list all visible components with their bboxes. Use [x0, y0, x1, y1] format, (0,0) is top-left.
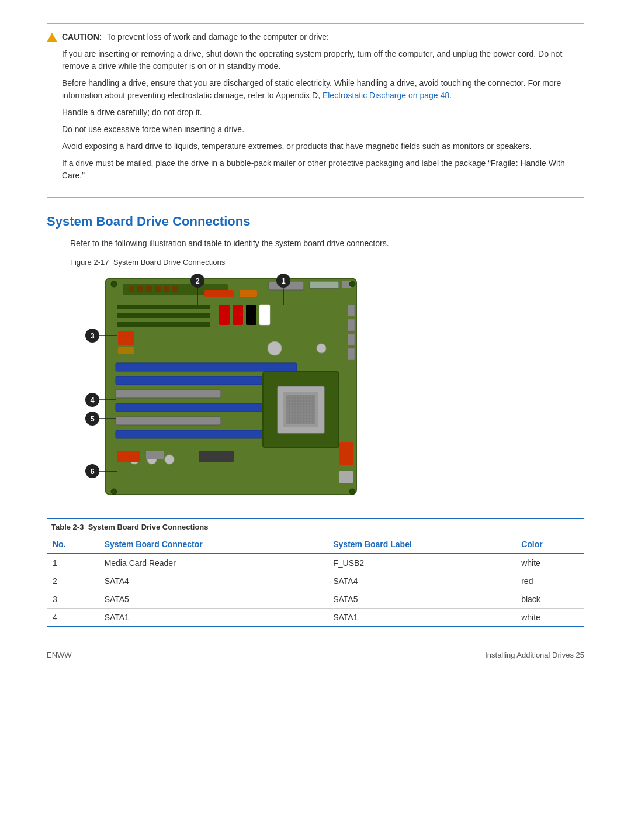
caution-icon	[47, 33, 57, 42]
svg-rect-4	[137, 286, 143, 292]
svg-rect-52	[348, 319, 355, 331]
svg-rect-6	[155, 286, 161, 292]
svg-rect-13	[240, 290, 257, 297]
svg-point-65	[111, 281, 117, 287]
svg-point-56	[317, 344, 326, 353]
svg-rect-16	[117, 322, 210, 327]
footer-right: Installing Additional Drives 25	[485, 651, 584, 659]
svg-rect-61	[146, 451, 164, 459]
col-header-label: System Board Label	[327, 535, 515, 554]
cell-label: SATA5	[327, 590, 515, 609]
svg-rect-3	[129, 286, 134, 292]
col-header-connector: System Board Connector	[99, 535, 328, 554]
col-header-color: Color	[515, 535, 584, 554]
cell-color: black	[515, 590, 584, 609]
svg-rect-60	[117, 451, 140, 462]
cell-color: white	[515, 609, 584, 627]
cell-label: F_USB2	[327, 554, 515, 572]
svg-rect-7	[164, 286, 169, 292]
svg-rect-53	[348, 334, 355, 345]
svg-rect-54	[348, 348, 355, 360]
page-footer: ENWW Installing Additional Drives 25	[47, 651, 584, 659]
svg-point-66	[349, 281, 355, 287]
svg-rect-63	[339, 442, 353, 465]
footer-left: ENWW	[47, 651, 72, 659]
svg-rect-51	[348, 305, 355, 316]
table-header-row: No. System Board Connector System Board …	[47, 535, 584, 554]
figure-title: System Board Drive Connections	[113, 258, 225, 267]
svg-rect-19	[219, 305, 230, 325]
svg-rect-17	[118, 331, 134, 345]
cell-no: 2	[47, 572, 99, 590]
svg-rect-14	[117, 305, 210, 309]
svg-rect-22	[259, 305, 270, 325]
cell-color: white	[515, 554, 584, 572]
caution-body: If you are inserting or removing a drive…	[47, 48, 584, 182]
svg-rect-5	[146, 286, 152, 292]
svg-rect-18	[118, 347, 134, 354]
cell-no: 1	[47, 554, 99, 572]
svg-point-59	[165, 455, 174, 464]
figure-caption: Figure 2-17 System Board Drive Connectio…	[70, 258, 584, 267]
table-row: 2 SATA4 SATA4 red	[47, 572, 584, 590]
svg-rect-21	[246, 305, 256, 325]
cell-no: 3	[47, 590, 99, 609]
svg-text:5: 5	[90, 414, 94, 423]
svg-point-67	[111, 489, 117, 495]
svg-text:1: 1	[281, 276, 285, 285]
caution-para-5: Avoid exposing a hard drive to liquids, …	[62, 140, 584, 153]
svg-rect-10	[310, 281, 339, 288]
cell-color: red	[515, 572, 584, 590]
cell-label: SATA4	[327, 572, 515, 590]
table-caption: Table 2-3 System Board Drive Connections	[47, 518, 584, 535]
svg-rect-27	[116, 417, 221, 425]
cell-connector: SATA1	[99, 609, 328, 627]
cell-connector: Media Card Reader	[99, 554, 328, 572]
table-section: Table 2-3 System Board Drive Connections…	[47, 518, 584, 627]
svg-rect-62	[199, 451, 234, 462]
table-row: 3 SATA5 SATA5 black	[47, 590, 584, 609]
cell-connector: SATA4	[99, 572, 328, 590]
motherboard-graphic: 1 2 3 4 5 6	[70, 272, 374, 500]
caution-header-text: To prevent loss of work and damage to th…	[106, 32, 329, 42]
svg-rect-64	[339, 471, 353, 483]
cell-connector: SATA5	[99, 590, 328, 609]
section-heading: System Board Drive Connections	[47, 214, 584, 229]
caution-para-3: Handle a drive carefully; do not drop it…	[62, 106, 584, 119]
caution-para-4: Do not use excessive force when insertin…	[62, 123, 584, 136]
svg-rect-12	[204, 290, 234, 297]
svg-text:3: 3	[90, 331, 94, 340]
svg-point-55	[268, 341, 282, 355]
svg-text:2: 2	[195, 276, 199, 285]
caution-label: CAUTION:	[62, 32, 102, 42]
connector-table: No. System Board Connector System Board …	[47, 535, 584, 627]
svg-point-68	[349, 489, 355, 495]
motherboard-illustration: 1 2 3 4 5 6	[70, 272, 374, 500]
electrostatic-link[interactable]: Electrostatic Discharge on page 48	[323, 91, 449, 100]
caution-para-2: Before handling a drive, ensure that you…	[62, 77, 584, 102]
table-row: 1 Media Card Reader F_USB2 white	[47, 554, 584, 572]
svg-rect-15	[117, 313, 210, 318]
table-caption-title: System Board Drive Connections	[88, 523, 209, 531]
table-row: 4 SATA1 SATA1 white	[47, 609, 584, 627]
cell-label: SATA1	[327, 609, 515, 627]
svg-rect-23	[116, 363, 297, 371]
svg-rect-8	[172, 286, 178, 292]
caution-para-6: If a drive must be mailed, place the dri…	[62, 157, 584, 182]
figure-label: Figure 2-17	[70, 258, 109, 267]
caution-para-1: If you are inserting or removing a drive…	[62, 48, 584, 72]
svg-text:4: 4	[90, 396, 95, 405]
motherboard-svg: 1 2 3 4 5 6	[70, 272, 374, 500]
table-caption-label: Table 2-3	[51, 523, 84, 531]
section-intro: Refer to the following illustration and …	[70, 237, 584, 250]
caution-block: CAUTION: To prevent loss of work and dam…	[47, 23, 584, 198]
col-header-no: No.	[47, 535, 99, 554]
svg-rect-25	[116, 390, 221, 398]
svg-rect-20	[233, 305, 243, 325]
svg-text:6: 6	[90, 467, 94, 476]
cell-no: 4	[47, 609, 99, 627]
